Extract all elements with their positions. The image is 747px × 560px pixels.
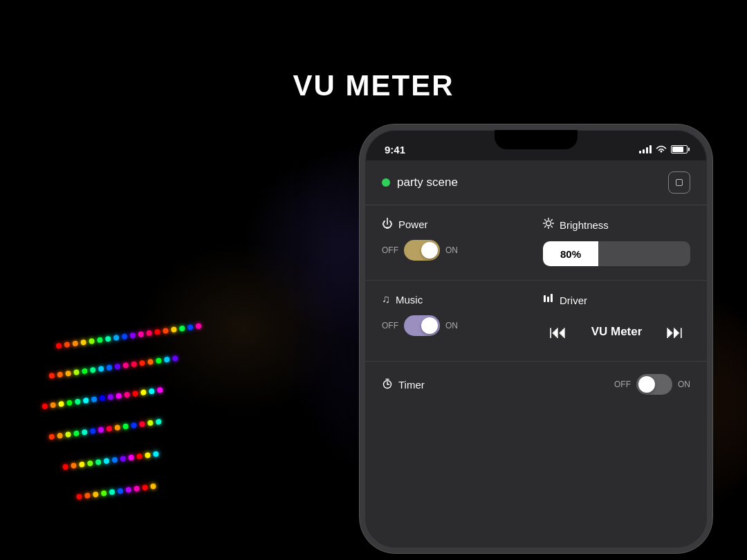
timer-label: Timer	[382, 378, 425, 391]
next-icon: ⏭	[666, 321, 684, 343]
power-brightness-section: ⏻ Power OFF ON	[365, 205, 707, 281]
brightness-control: Brightness 80%	[543, 218, 690, 266]
brightness-value: 80%	[560, 248, 581, 260]
next-button[interactable]: ⏭	[660, 317, 690, 347]
brightness-track	[598, 241, 690, 266]
stop-icon	[676, 179, 683, 186]
music-icon: ♫	[382, 293, 390, 306]
svg-rect-10	[547, 297, 549, 302]
music-label-text: Music	[396, 294, 423, 306]
phone-content: party scene ⏻ Power OFF	[365, 160, 707, 548]
power-toggle-thumb	[421, 242, 438, 259]
brightness-label: Brightness	[543, 218, 690, 232]
brightness-value-box: 80%	[543, 241, 598, 266]
svg-line-5	[545, 220, 546, 221]
brightness-slider[interactable]: 80%	[543, 241, 690, 266]
scene-info: party scene	[382, 176, 458, 189]
prev-button[interactable]: ⏮	[543, 317, 573, 347]
music-off-label: OFF	[382, 321, 398, 330]
scene-name: party scene	[397, 176, 458, 189]
phone: 9:41	[360, 124, 712, 553]
prev-icon: ⏮	[549, 321, 567, 343]
brightness-icon	[543, 218, 554, 232]
power-toggle-row: OFF ON	[382, 240, 529, 261]
wifi-icon	[656, 145, 667, 153]
scene-stop-button[interactable]	[668, 171, 690, 194]
svg-rect-11	[551, 294, 553, 302]
music-label: ♫ Music	[382, 293, 529, 306]
timer-toggle-row: OFF ON	[614, 374, 690, 395]
power-label: ⏻ Power	[382, 218, 529, 230]
svg-point-0	[546, 221, 551, 226]
driver-label: Driver	[543, 293, 690, 307]
music-toggle-thumb	[421, 317, 438, 334]
music-on-label: ON	[445, 321, 458, 330]
scene-active-dot	[382, 178, 390, 187]
music-toggle-row: OFF ON	[382, 315, 529, 336]
scene-header: party scene	[365, 160, 707, 205]
timer-section: Timer OFF ON	[365, 362, 707, 407]
power-label-text: Power	[398, 218, 428, 230]
power-icon: ⏻	[382, 218, 393, 230]
brightness-label-text: Brightness	[560, 219, 609, 231]
power-control: ⏻ Power OFF ON	[382, 218, 529, 261]
page-title: VU METER	[0, 69, 747, 102]
timer-toggle-thumb	[638, 376, 655, 393]
driver-control: Driver ⏮ VU Meter ⏭	[543, 293, 690, 347]
timer-off-label: OFF	[614, 380, 631, 389]
svg-line-7	[551, 220, 552, 221]
power-on-label: ON	[445, 245, 458, 255]
battery-icon	[671, 145, 688, 153]
timer-toggle[interactable]	[636, 374, 672, 395]
driver-controls: ⏮ VU Meter ⏭	[543, 317, 690, 347]
timer-icon	[382, 378, 393, 391]
status-icons	[639, 145, 688, 153]
svg-line-8	[545, 226, 546, 227]
status-time: 9:41	[385, 144, 405, 156]
phone-notch	[495, 130, 578, 149]
svg-line-6	[551, 226, 552, 227]
music-driver-section: ♫ Music OFF ON	[365, 281, 707, 362]
timer-label-text: Timer	[398, 379, 425, 391]
signal-bars-icon	[639, 145, 652, 153]
led-strips-decoration	[42, 214, 360, 560]
power-toggle[interactable]	[404, 240, 440, 261]
power-off-label: OFF	[382, 245, 398, 255]
svg-rect-9	[544, 295, 546, 302]
music-control: ♫ Music OFF ON	[382, 293, 529, 336]
driver-current-mode: VU Meter	[591, 325, 643, 339]
driver-icon	[543, 293, 554, 307]
driver-label-text: Driver	[560, 295, 587, 306]
music-toggle[interactable]	[404, 315, 440, 336]
timer-on-label: ON	[678, 380, 690, 389]
